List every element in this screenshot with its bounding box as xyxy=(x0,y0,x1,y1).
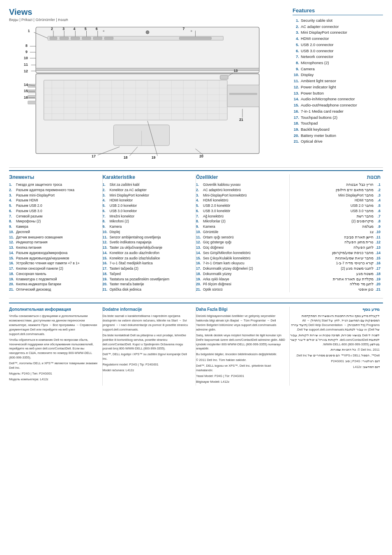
svg-rect-58 xyxy=(229,93,257,95)
footer-paragraph: Model računara: L412z xyxy=(103,368,193,373)
lang-list-item: 5.מחבר USB 2.0 xyxy=(290,203,381,208)
lang-col-0: Элементы1.Гнездо для защитного троса2.Ра… xyxy=(9,174,103,292)
footer-paragraph: Модель компьютера: L412z xyxy=(9,377,99,382)
feature-item: 8.Microphones (2) xyxy=(293,60,383,66)
feature-item: 13.Power button xyxy=(293,90,383,97)
svg-text:19: 19 xyxy=(152,155,156,160)
footer-paragraph: דגם המחשב: L412z xyxy=(290,365,380,370)
feature-item: 17.Touchpad buttons (2) xyxy=(293,115,383,121)
lang-col-title: Özellikler xyxy=(196,174,287,180)
lang-list-item: 7.Mrežni konektor xyxy=(103,214,194,219)
lang-list-item: 18.Сенсорная панель xyxy=(9,271,100,277)
lang-list-item: 14.Разъем аудиовхода/микрофона xyxy=(9,250,100,256)
lang-list-item: 4.Разъем HDMI xyxy=(9,198,100,203)
svg-text:9: 9 xyxy=(25,50,28,54)
lang-list-item: 10.Görüntüle xyxy=(196,229,287,235)
lang-list-item: 3.Mini-DisplayPort konnektörü xyxy=(196,193,287,198)
svg-point-11 xyxy=(103,30,104,32)
lang-list-item: 4.HDMİ konektörü xyxy=(196,198,287,203)
lang-list-item: 5.Разъем USB 2.0 xyxy=(9,203,100,208)
feature-item: 18.Touchpad xyxy=(293,120,383,127)
svg-rect-63 xyxy=(28,101,36,104)
features-title: Features xyxy=(293,7,383,15)
footer-paragraph: Yasal Model: P24G | Tür: P24G001 xyxy=(196,374,286,379)
lang-list-item: 3.Mini DisplayPort konektor xyxy=(103,193,194,198)
lang-list-item: 12.Svetlo indikatora napajanja xyxy=(103,240,194,245)
lang-list-item: 19.Arka ışıklı klavye xyxy=(196,277,287,282)
lang-list-item: 11.Senzor ambijentalnog osvetljenja xyxy=(103,235,194,240)
features-block: Features 1.Security cable slot2.AC adapt… xyxy=(293,7,383,162)
lang-list-item: 20.Taster merača baterije xyxy=(103,282,194,287)
lang-list-item: 10.Displej xyxy=(103,229,194,235)
lang-list-item: 12.Индикатор питания xyxy=(9,240,100,245)
footer-col-2: Daha Fazla BilgiDizüstü bilgisayarınızda… xyxy=(196,307,290,386)
lang-list-item: 6.USB 3.0 konektör xyxy=(196,208,287,214)
footer-col-3: מידע נוסףלקבלת מידע נוסף אודות התכונות ו… xyxy=(290,307,383,386)
lang-list-item: 19.Tastatura sa pozadinskim osvetljenjem xyxy=(103,277,194,282)
svg-text:10: 10 xyxy=(24,56,28,60)
lang-list-item: 8.Микрофоны (2) xyxy=(9,219,100,224)
lang-list-item: 3.מחבר Mini DisplayPort xyxy=(290,193,381,198)
svg-text:15: 15 xyxy=(24,89,28,93)
footer-paragraph: דגם רגולטורי: P24G | סוג: P24G001 xyxy=(290,359,380,364)
features-list: 1.Security cable slot2.AC adapter connec… xyxy=(293,18,383,145)
footer-section: Дополнительная информацияЧтобы ознакомит… xyxy=(9,303,383,386)
lang-list-item: 4.מחבר HDMI xyxy=(290,198,381,203)
lang-list-item: 13.Taster za uključivanje/isključivanje xyxy=(103,245,194,250)
lang-list-item: 21.Optik sürücü xyxy=(196,287,287,292)
lang-list-item: 9.מצלמה xyxy=(290,224,381,229)
lang-list-item: 6.USB 3.0 konektor xyxy=(103,208,194,214)
laptop-diagram: 1 2 3 4 5 6 7 8 xyxy=(9,25,286,161)
lang-col-1: Karakteristike1.Slot za zaštitni kabl2.K… xyxy=(103,174,196,292)
svg-text:6: 6 xyxy=(96,27,98,31)
footer-paragraph: Bilgisayar Modeli: L412z xyxy=(196,380,286,384)
feature-item: 21.Optical drive xyxy=(293,139,383,145)
lang-section: Элементы1.Гнездо для защитного троса2.Ра… xyxy=(9,170,383,292)
svg-rect-6 xyxy=(82,37,91,39)
lang-list-item: 14.Ses Girişi/Mikrofon konnektörü xyxy=(196,250,287,256)
lang-list-item: 1.Güvenlik kablosu yuvası xyxy=(196,182,287,187)
page: Views Виды | Prikazi | Görünümler | תצוג… xyxy=(0,0,392,390)
svg-text:2: 2 xyxy=(51,27,53,31)
lang-list-item: 21.כונן אופטי xyxy=(290,287,381,292)
lang-list-item: 14.Konektor za audio ulaz/mikrofon xyxy=(103,250,194,256)
lang-list-item: 16.Устройство чтения карт памяти «7 в 1» xyxy=(9,261,100,266)
feature-item: 5.USB 2.0 connector xyxy=(293,42,383,48)
lang-list-item: 8.Mikrofonlar (2) xyxy=(196,219,287,224)
lang-list-item: 19.מקלדת עם תאורה אחורית xyxy=(290,277,381,282)
lang-list-item: 6.מחבר USB 3.0 xyxy=(290,208,381,214)
feature-item: 6.USB 3.0 connector xyxy=(293,48,383,54)
lang-list-item: 18.Dokunmatik yüzey xyxy=(196,271,287,277)
lang-list-item: 2.Konektor za AC adapter xyxy=(103,187,194,193)
footer-col-title: Дополнительная информация xyxy=(9,307,99,313)
lang-list-item: 11.חיישן תאורת סביבה xyxy=(290,235,381,240)
lang-list-item: 17.Кнопки сенсорной панели (2) xyxy=(9,266,100,271)
lang-list-item: 10.Дисплей xyxy=(9,229,100,235)
footer-paragraph: Dell™, הסמל DELL ו-XPS™ הם סימנים מסחריי… xyxy=(290,354,380,358)
lang-list-item: 18.Tačped xyxy=(103,271,194,277)
feature-item: 16.7-in-1 Media card reader xyxy=(293,109,383,115)
svg-text:17: 17 xyxy=(92,154,96,158)
footer-col-title: מידע נוסף xyxy=(290,307,380,313)
lang-list-item: 12.נורית מחוון הפעלה xyxy=(290,240,381,245)
lang-list-item: 13.Güç düğmesi xyxy=(196,245,287,250)
svg-text:5: 5 xyxy=(85,27,87,31)
lang-list-item: 15.מחבר יציאת שמע/אוזניות xyxy=(290,256,381,261)
svg-rect-5 xyxy=(71,37,80,39)
lang-list-item: 18.משטח מגע xyxy=(290,271,381,277)
lang-list-item: 8.Mikrofoni (2) xyxy=(103,219,194,224)
lang-list-item: 10.צג xyxy=(290,229,381,235)
feature-item: 7.Network connector xyxy=(293,54,383,60)
svg-text:13: 13 xyxy=(234,69,238,73)
views-subtitle: Виды | Prikazi | Görünümler | תצוגות xyxy=(9,18,286,22)
lang-list-item: 1.Гнездо для защитного троса xyxy=(9,182,100,187)
lang-list-item: 11.Датчик внешнего освещения xyxy=(9,235,100,240)
feature-item: 3.Mini DisplayPort connector xyxy=(293,30,383,36)
footer-col-0: Дополнительная информацияЧтобы ознакомит… xyxy=(9,307,103,386)
footer-paragraph: Dell Inc. 2011 ©. כל הזכויות שמורות. xyxy=(290,348,380,352)
footer-paragraph: Модель: P24G | Тип: P24G001 xyxy=(9,372,99,376)
lang-list-item: 15.Разъем аудиовыхода/наушников xyxy=(9,256,100,261)
lang-list-item: 2.מחבר מתאם זרם חילופין xyxy=(290,187,381,193)
lang-col-2: Özellikler1.Güvenlik kablosu yuvası2.AC … xyxy=(196,174,290,292)
svg-text:21: 21 xyxy=(239,118,243,122)
